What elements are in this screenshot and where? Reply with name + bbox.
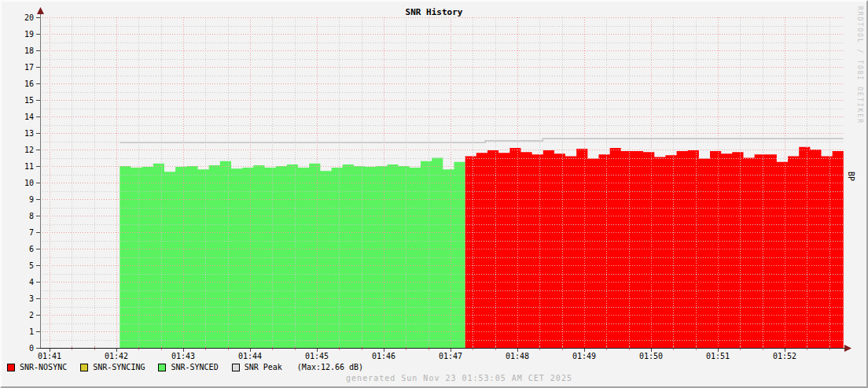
svg-text:16: 16 bbox=[24, 79, 34, 88]
svg-text:17: 17 bbox=[24, 63, 34, 72]
svg-text:01:52: 01:52 bbox=[773, 352, 796, 360]
svg-text:01:41: 01:41 bbox=[38, 352, 61, 360]
svg-text:19: 19 bbox=[24, 30, 34, 39]
svg-text:01:51: 01:51 bbox=[706, 352, 730, 360]
legend-max-label: (Max:12.66 dB) bbox=[297, 363, 363, 371]
generated-timestamp: generated Sun Nov 23 01:53:05 AM CET 202… bbox=[2, 374, 866, 382]
legend-label-snr-peak: SNR Peak bbox=[245, 363, 282, 371]
legend-label-snr-synced: SNR-SYNCED bbox=[171, 363, 218, 371]
svg-text:01:46: 01:46 bbox=[372, 352, 395, 360]
svg-text:01:48: 01:48 bbox=[506, 352, 529, 360]
svg-text:9: 9 bbox=[29, 195, 34, 204]
svg-text:3: 3 bbox=[29, 294, 34, 303]
legend-swatch-snr-syncing bbox=[80, 364, 88, 371]
legend-swatch-snr-nosync bbox=[7, 364, 15, 371]
legend-label-snr-syncing: SNR-SYNCING bbox=[93, 363, 145, 371]
svg-text:7: 7 bbox=[29, 228, 34, 237]
svg-text:01:45: 01:45 bbox=[305, 352, 329, 360]
svg-text:5: 5 bbox=[29, 261, 34, 270]
svg-text:8: 8 bbox=[29, 212, 34, 220]
area-snr-synced bbox=[120, 158, 465, 349]
x-axis-arrow bbox=[844, 345, 851, 352]
svg-text:13: 13 bbox=[24, 129, 34, 138]
rrdtool-watermark: RRDTOOL / TOBI OETIKER bbox=[856, 6, 863, 124]
snr-history-chart: 0123456789101112131415161718192001:4101:… bbox=[0, 0, 868, 388]
legend-swatch-snr-peak bbox=[232, 364, 240, 371]
svg-text:2: 2 bbox=[29, 311, 34, 320]
page-title: SNR History bbox=[2, 7, 866, 17]
svg-text:18: 18 bbox=[24, 46, 34, 55]
area-snr-nosync bbox=[465, 147, 844, 348]
svg-text:12: 12 bbox=[24, 146, 34, 154]
legend-item-snr-peak: SNR Peak bbox=[232, 363, 282, 371]
svg-text:01:44: 01:44 bbox=[238, 352, 262, 360]
legend-item-snr-nosync: SNR-NOSYNC bbox=[7, 363, 67, 371]
svg-text:6: 6 bbox=[29, 245, 34, 253]
svg-text:11: 11 bbox=[24, 162, 34, 171]
svg-text:01:47: 01:47 bbox=[439, 352, 462, 360]
legend-item-snr-syncing: SNR-SYNCING bbox=[80, 363, 145, 371]
right-axis-label: BP bbox=[847, 172, 855, 181]
svg-text:1: 1 bbox=[29, 327, 34, 336]
svg-text:14: 14 bbox=[24, 113, 34, 121]
svg-text:01:50: 01:50 bbox=[639, 352, 663, 360]
rrd-graph: 0123456789101112131415161718192001:4101:… bbox=[0, 0, 868, 388]
svg-text:4: 4 bbox=[29, 278, 34, 286]
svg-text:01:43: 01:43 bbox=[171, 352, 195, 360]
legend: SNR-NOSYNC SNR-SYNCING SNR-SYNCED SNR Pe… bbox=[7, 363, 363, 371]
svg-text:0: 0 bbox=[29, 344, 34, 353]
legend-label-snr-nosync: SNR-NOSYNC bbox=[20, 363, 67, 371]
svg-text:10: 10 bbox=[24, 179, 34, 187]
legend-swatch-snr-synced bbox=[158, 364, 166, 371]
svg-text:01:42: 01:42 bbox=[105, 352, 128, 360]
svg-text:15: 15 bbox=[24, 96, 34, 105]
svg-text:01:49: 01:49 bbox=[572, 352, 596, 360]
legend-item-snr-synced: SNR-SYNCED bbox=[158, 363, 218, 371]
